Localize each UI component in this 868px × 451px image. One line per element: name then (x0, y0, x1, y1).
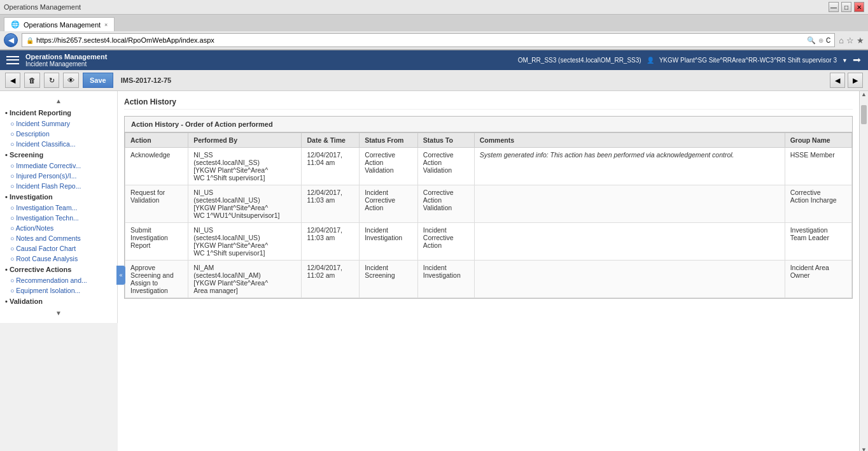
sidebar-item-root-cause[interactable]: Root Cause Analysis (0, 254, 117, 264)
sidebar-wrapper: ▲ Incident Reporting Incident Summary De… (0, 91, 118, 451)
minimize-button[interactable]: — (829, 2, 839, 12)
sidebar-scroll: ▲ Incident Reporting Incident Summary De… (0, 95, 117, 319)
sidebar: ▲ Incident Reporting Incident Summary De… (0, 91, 118, 323)
session-info: OM_RR_SS3 (sectest4.local\OM_RR_SS3) (518, 57, 641, 64)
browser-window-controls: — □ ✕ (829, 2, 864, 12)
content-area: Action History Action History - Order of… (118, 91, 859, 451)
cell-performed-by: NI_US (sectest4.local\NI_US) [YKGW Plant… (188, 223, 302, 261)
sidebar-item-investigation-techn[interactable]: Investigation Techn... (0, 213, 117, 223)
back-button[interactable]: ◀ (5, 73, 20, 88)
cell-action: Acknowledge (125, 148, 188, 185)
logout-icon[interactable]: ⮕ (853, 55, 862, 66)
app-title: Operations Management (25, 53, 107, 61)
refresh-button[interactable]: ↻ (44, 73, 59, 88)
cell-comments (474, 223, 785, 261)
sidebar-scroll-up[interactable]: ▲ (0, 95, 117, 107)
cell-status-to: Corrective Action Validation (417, 148, 474, 185)
col-comments: Comments (474, 133, 785, 148)
cell-status-from: Incident Investigation (360, 223, 418, 261)
maximize-button[interactable]: □ (841, 2, 851, 12)
browser-back-button[interactable]: ◀ (4, 33, 18, 47)
cell-date-time: 12/04/2017, 11:03 am (302, 223, 360, 261)
tab-close-button[interactable]: × (104, 22, 108, 28)
save-button[interactable]: Save (83, 73, 113, 88)
user-dropdown-arrow[interactable]: ▼ (842, 57, 848, 64)
sidebar-item-action-notes[interactable]: Action/Notes (0, 223, 117, 233)
sidebar-section-incident-reporting: Incident Reporting (0, 107, 117, 118)
table-row: AcknowledgeNI_SS (sectest4.local\NI_SS) … (125, 148, 852, 185)
action-history-table: Action Performed By Date & Time Status F… (125, 132, 852, 298)
prev-button[interactable]: ◀ (830, 73, 845, 88)
cell-comments (474, 261, 785, 298)
url-input[interactable] (36, 36, 804, 44)
cell-action: Approve Screening and Assign to Investig… (125, 261, 188, 298)
app-header-right: OM_RR_SS3 (sectest4.local\OM_RR_SS3) 👤 Y… (518, 55, 862, 66)
browser-nav-right: ⌂ ☆ ★ (839, 36, 864, 45)
sidebar-section-corrective-actions: Corrective Actions (0, 264, 117, 275)
favorites-icon[interactable]: ★ (857, 36, 864, 45)
cell-action: Request for Validation (125, 185, 188, 223)
cell-status-from: Incident Screening (360, 261, 418, 298)
cell-status-to: Corrective Action Validation (417, 185, 474, 223)
cell-comments (474, 185, 785, 223)
main-layout: ▲ Incident Reporting Incident Summary De… (0, 91, 868, 451)
app-toolbar: ◀ 🗑 ↻ 👁 Save IMS-2017-12-75 ◀ ▶ (0, 70, 868, 91)
app-header-left: Operations Management Incident Managemen… (25, 53, 107, 68)
star-icon[interactable]: ☆ (846, 36, 854, 45)
sidebar-item-notes-comments[interactable]: Notes and Comments (0, 233, 117, 243)
section-title: Action History (124, 97, 853, 110)
sidebar-section-screening: Screening (0, 149, 117, 161)
sidebar-scroll-down[interactable]: ▼ (0, 307, 117, 319)
sidebar-item-incident-flash[interactable]: Incident Flash Repo... (0, 181, 117, 191)
toolbar-right: ◀ ▶ (830, 73, 863, 88)
tab-title: Operations Management (24, 21, 101, 29)
sidebar-item-recommendation[interactable]: Recommendation and... (0, 275, 117, 285)
scroll-up-arrow[interactable]: ▲ (860, 91, 868, 104)
close-button[interactable]: ✕ (854, 2, 864, 12)
cell-date-time: 12/04/2017, 11:03 am (302, 185, 360, 223)
sidebar-item-injured-persons[interactable]: Injured Person(s)/I... (0, 171, 117, 181)
lock-icon: 🔒 (26, 37, 34, 44)
delete-button[interactable]: 🗑 (24, 73, 40, 88)
address-bar[interactable]: 🔒 🔍 ⊕ C (22, 33, 835, 47)
action-history-box: Action History - Order of Action perform… (124, 116, 853, 299)
scroll-thumb[interactable] (861, 105, 867, 124)
sidebar-collapse-button[interactable]: « (116, 266, 125, 285)
next-button[interactable]: ▶ (848, 73, 863, 88)
cell-group-name: Investigation Team Leader (785, 223, 851, 261)
browser-chrome: Operations Management — □ ✕ 🌐 Operations… (0, 0, 868, 50)
sidebar-item-equipment-isolation[interactable]: Equipment Isolation... (0, 285, 117, 296)
cell-status-from: Corrective Action Validation (360, 148, 418, 185)
browser-toolbar: ◀ 🔒 🔍 ⊕ C ⌂ ☆ ★ (0, 31, 868, 50)
app-menu-icon[interactable] (6, 55, 19, 66)
home-icon[interactable]: ⌂ (839, 36, 844, 45)
cell-comments: System generated info: This action has b… (474, 148, 785, 185)
user-info: YKGW Plant^SG Site^RRArea^RR-WC3^RR Shif… (659, 57, 837, 64)
right-scrollbar[interactable]: ▲ ▼ (859, 91, 868, 451)
sidebar-item-incident-summary[interactable]: Incident Summary (0, 118, 117, 129)
action-history-subtitle: Action History - Order of Action perform… (125, 117, 852, 132)
cell-date-time: 12/04/2017, 11:02 am (302, 261, 360, 298)
col-date-time: Date & Time (302, 133, 360, 148)
col-group-name: Group Name (785, 133, 851, 148)
cell-performed-by: NI_US (sectest4.local\NI_US) [YKGW Plant… (188, 185, 302, 223)
scroll-down-arrow[interactable]: ▼ (860, 447, 868, 451)
sidebar-item-causal-factor[interactable]: Causal Factor Chart (0, 243, 117, 254)
sidebar-item-description[interactable]: Description (0, 129, 117, 139)
browser-tabs: 🌐 Operations Management × (0, 15, 868, 31)
view-button[interactable]: 👁 (63, 73, 79, 88)
sidebar-item-incident-classification[interactable]: Incident Classifica... (0, 139, 117, 149)
cell-performed-by: NI_SS (sectest4.local\NI_SS) [YKGW Plant… (188, 148, 302, 185)
document-id: IMS-2017-12-75 (121, 76, 172, 84)
cell-status-to: Incident Investigation (417, 261, 474, 298)
sidebar-item-immediate-corrective[interactable]: Immediate Correctiv... (0, 161, 117, 171)
cell-action: Submit Investigation Report (125, 223, 188, 261)
table-row: Approve Screening and Assign to Investig… (125, 261, 852, 298)
col-status-to: Status To (417, 133, 474, 148)
sidebar-section-validation: Validation (0, 296, 117, 307)
user-icon: 👤 (647, 57, 654, 64)
col-performed-by: Performed By (188, 133, 302, 148)
active-tab[interactable]: 🌐 Operations Management × (4, 17, 115, 31)
sidebar-item-investigation-team[interactable]: Investigation Team... (0, 203, 117, 213)
app-subtitle: Incident Management (25, 61, 107, 68)
